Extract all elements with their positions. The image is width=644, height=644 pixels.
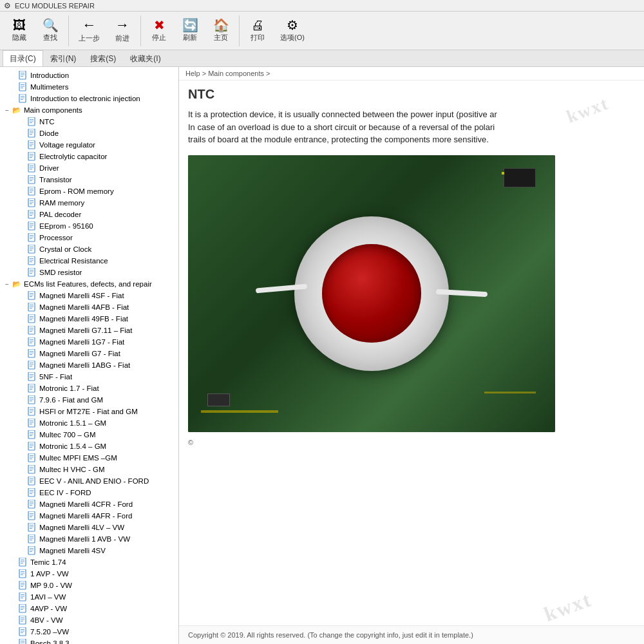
svg-rect-56 (28, 245, 35, 253)
sidebar-item-electrolytic-cap[interactable]: Electrolytic capacitor (0, 151, 178, 162)
sidebar-item-eprom[interactable]: Eprom - ROM memory (0, 185, 178, 197)
tree-label-4bv-vw: 4BV - VW (30, 616, 62, 624)
sidebar-item-4bv-vw[interactable]: 4BV - VW (0, 614, 178, 626)
sidebar-item-mm-4afr-ford[interactable]: Magneti Marelli 4AFR - Ford (0, 510, 178, 522)
sidebar-item-ntc[interactable]: NTC (0, 116, 178, 128)
sidebar-item-7520-vw[interactable]: 7.5.20 –VW (0, 626, 178, 638)
svg-rect-156 (28, 546, 35, 554)
sidebar-item-diode[interactable]: Diode (0, 128, 178, 139)
page-icon (27, 117, 37, 127)
sidebar-item-eec-v-ford[interactable]: EEC V - ANIL AND ENIO - FORD (0, 475, 178, 487)
page-icon (27, 418, 37, 428)
sidebar-item-smd-resistor[interactable]: SMD resistor (0, 267, 178, 278)
hide-button[interactable]: 🖼 隐藏 (5, 15, 33, 46)
sidebar-item-eec-iv-ford[interactable]: EEC IV - FORD (0, 487, 178, 498)
svg-rect-68 (28, 291, 35, 299)
tab-index[interactable]: 索引(N) (43, 50, 84, 66)
sidebar-item-mm-1avb-vw[interactable]: Magneti Marelli 1 AVB - VW (0, 533, 178, 545)
refresh-button[interactable]: 🔄 刷新 (176, 15, 204, 46)
tree-label-hsfi-mt27e: HSFl or MT27E - Fiat and GM (39, 408, 138, 415)
page-icon (27, 256, 37, 266)
tree-label-eec-v-ford: EEC V - ANIL AND ENIO - FORD (39, 477, 149, 485)
tab-toc[interactable]: 目录(C) (3, 50, 43, 66)
page-icon (27, 441, 37, 451)
tree-label-motronic-151-gm: Motronic 1.5.1 – GM (39, 419, 106, 427)
sidebar-item-multimeters[interactable]: Multimeters (0, 81, 178, 93)
home-button[interactable]: 🏠 主页 (207, 15, 235, 46)
back-button[interactable]: ← 上一步 (73, 15, 106, 46)
tree-label-electrolytic-cap: Electrolytic capacitor (39, 153, 107, 160)
sidebar-item-mm-4sf-fiat[interactable]: Magneti Marelli 4SF - Fiat (0, 290, 178, 301)
tab-search[interactable]: 搜索(S) (83, 50, 123, 66)
svg-rect-64 (28, 268, 35, 276)
sidebar-item-crystal-clock[interactable]: Crystal or Clock (0, 243, 178, 255)
tree-label-mm-1g7-fiat: Magneti Marelli 1G7 - Fiat (39, 338, 124, 346)
sidebar-item-main-components[interactable]: −📂Main components (0, 104, 178, 116)
sidebar-item-mm-1abg-fiat[interactable]: Magneti Marelli 1ABG - Fiat (0, 359, 178, 371)
sidebar-item-mm-4lv-vw[interactable]: Magneti Marelli 4LV – VW (0, 522, 178, 533)
sidebar-item-transistor[interactable]: Transistor (0, 174, 178, 185)
sidebar-item-motronic-151-gm[interactable]: Motronic 1.5.1 – GM (0, 417, 178, 429)
sidebar-item-intro-electronic[interactable]: Introduction to electronic injection (0, 93, 178, 104)
sidebar-item-temic-174[interactable]: Temic 1.74 (0, 556, 178, 568)
page-icon (18, 592, 28, 602)
sidebar-item-ram-memory[interactable]: RAM memory (0, 197, 178, 209)
ntc-inner-red (322, 244, 421, 343)
sidebar-item-electrical-resistance[interactable]: Electrical Resistance (0, 255, 178, 267)
print-label: 打印 (251, 33, 265, 43)
options-button[interactable]: ⚙ 选项(O) (274, 15, 310, 46)
find-button[interactable]: 🔍 查找 (36, 15, 64, 46)
tree-label-ram-memory: RAM memory (39, 199, 84, 207)
sidebar-item-motronic-154-gm[interactable]: Motronic 1.5.4 – GM (0, 440, 178, 452)
page-icon (27, 221, 37, 231)
page-icon (18, 615, 28, 625)
tree-label-eprom: Eprom - ROM memory (39, 187, 114, 195)
print-button[interactable]: 🖨 打印 (243, 15, 272, 46)
sidebar-item-mm-g711-fiat[interactable]: Magneti Marelli G7.11 – Fiat (0, 325, 178, 336)
tree-label-mm-4sv: Magneti Marelli 4SV (39, 547, 106, 554)
sidebar-item-mm-g7-fiat[interactable]: Magneti Marelli G7 - Fiat (0, 348, 178, 359)
svg-rect-72 (28, 303, 35, 311)
sidebar-item-mm-4sv[interactable]: Magneti Marelli 4SV (0, 545, 178, 556)
forward-button[interactable]: → 前进 (108, 15, 137, 46)
svg-rect-36 (28, 187, 35, 195)
back-label: 上一步 (79, 33, 100, 43)
sidebar-item-multec-700-gm[interactable]: Multec 700 – GM (0, 429, 178, 440)
sidebar-item-motronic-17-fiat[interactable]: Motronic 1.7 - Fiat (0, 383, 178, 394)
sidebar-item-mm-4cfr-ford[interactable]: Magneti Marelli 4CFR - Ford (0, 498, 178, 510)
sidebar-item-1avp-vw[interactable]: 1 AVP - VW (0, 568, 178, 580)
sidebar-item-processor[interactable]: Processor (0, 232, 178, 243)
sidebar-item-1avi-vw[interactable]: 1AVI – VW (0, 591, 178, 603)
tab-favorites[interactable]: 收藏夹(I) (123, 50, 167, 66)
tree-label-5nf-fiat: 5NF - Fiat (39, 373, 72, 381)
page-icon (27, 198, 37, 208)
sidebar-item-mm-4afb-fiat[interactable]: Magneti Marelli 4AFB - Fiat (0, 301, 178, 313)
sidebar-item-4avp-vw[interactable]: 4AVP - VW (0, 603, 178, 614)
options-icon: ⚙ (287, 19, 298, 32)
sidebar-item-bosch-383[interactable]: Bosch 3.8.3 (0, 638, 178, 644)
tree-toggle-ecms-list[interactable]: − (3, 281, 12, 288)
sidebar-item-mm-1g7-fiat[interactable]: Magneti Marelli 1G7 - Fiat (0, 336, 178, 348)
sidebar-item-mm-49fb-fiat[interactable]: Magneti Marelli 49FB - Fiat (0, 313, 178, 325)
sidebar-item-796-fiat-gm[interactable]: 7.9.6 - Fiat and GM (0, 394, 178, 406)
sidebar-tree[interactable]: IntroductionMultimetersIntroduction to e… (0, 67, 179, 644)
stop-button[interactable]: ✖ 停止 (145, 15, 173, 46)
page-icon (27, 534, 37, 544)
sidebar-item-eeprom-95160[interactable]: EEprom - 95160 (0, 220, 178, 232)
sidebar-item-ecms-list[interactable]: −📂ECMs list Features, defects, and repai… (0, 278, 178, 290)
svg-rect-0 (19, 71, 26, 79)
tree-label-eec-iv-ford: EEC IV - FORD (39, 489, 91, 497)
sidebar-item-multec-h-vhc-gm[interactable]: Multec H VHC - GM (0, 464, 178, 475)
sidebar-item-hsfi-mt27e[interactable]: HSFl or MT27E - Fiat and GM (0, 406, 178, 417)
sidebar-item-mp9-vw[interactable]: MP 9.0 - VW (0, 580, 178, 591)
svg-rect-44 (28, 210, 35, 218)
sidebar-item-driver[interactable]: Driver (0, 162, 178, 174)
tree-label-mp9-vw: MP 9.0 - VW (30, 582, 72, 589)
sidebar-item-pal-decoder[interactable]: PAL decoder (0, 209, 178, 220)
sidebar-item-5nf-fiat[interactable]: 5NF - Fiat (0, 371, 178, 383)
sidebar-item-introduction[interactable]: Introduction (0, 70, 178, 81)
sidebar-item-voltage-regulator[interactable]: Voltage regulator (0, 139, 178, 151)
tree-toggle-main-components[interactable]: − (3, 107, 12, 114)
svg-rect-104 (28, 395, 35, 404)
sidebar-item-multec-mpfi-gm[interactable]: Multec MPFI EMS –GM (0, 452, 178, 464)
